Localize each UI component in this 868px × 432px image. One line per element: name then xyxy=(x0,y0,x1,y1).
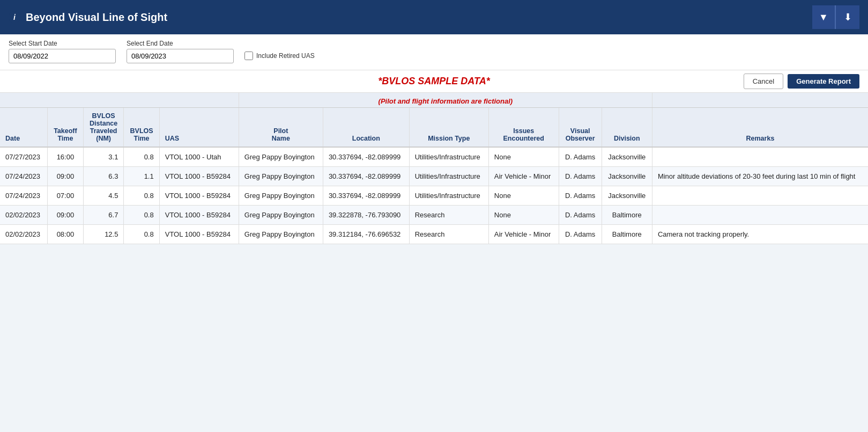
cell-uas: VTOL 1000 - B59284 xyxy=(159,186,239,206)
cell-visual-observer: D. Adams xyxy=(559,186,602,206)
cell-pilot-name: Greg Pappy Boyington xyxy=(239,206,323,225)
download-icon: ⬇ xyxy=(844,11,852,23)
include-retired-label: Include Retired UAS xyxy=(256,52,315,60)
cell-date: 02/02/2023 xyxy=(0,225,48,244)
col-header-bvlos-time: BVLOSTime xyxy=(124,108,159,148)
cancel-button[interactable]: Cancel xyxy=(744,74,783,89)
banner-buttons: Cancel Generate Report xyxy=(744,74,859,89)
data-table-container: (Pilot and flight information are fictio… xyxy=(0,93,868,244)
sample-data-text: *BVLOS SAMPLE DATA* xyxy=(378,76,489,87)
cell-uas: VTOL 1000 - B59284 xyxy=(159,225,239,244)
col-header-visual-observer: VisualObserver xyxy=(559,108,602,148)
cell-bvlos-distance: 4.5 xyxy=(83,186,124,206)
fictional-note: (Pilot and flight information are fictio… xyxy=(239,93,652,108)
end-date-group: Select End Date xyxy=(127,40,234,63)
cell-bvlos-time: 1.1 xyxy=(124,167,159,186)
start-date-input[interactable] xyxy=(9,49,116,63)
start-date-group: Select Start Date xyxy=(9,40,116,63)
cell-visual-observer: D. Adams xyxy=(559,147,602,167)
col-header-location: Location xyxy=(323,108,409,148)
cell-remarks: Camera not tracking properly. xyxy=(652,225,868,244)
cell-issues: Air Vehicle - Minor xyxy=(488,225,559,244)
col-header-mission-type: Mission Type xyxy=(409,108,488,148)
cell-date: 07/27/2023 xyxy=(0,147,48,167)
cell-takeoff-time: 07:00 xyxy=(48,186,84,206)
bvlos-table: (Pilot and flight information are fictio… xyxy=(0,93,868,244)
cell-pilot-name: Greg Pappy Boyington xyxy=(239,147,323,167)
cell-bvlos-time: 0.8 xyxy=(124,147,159,167)
cell-mission-type: Utilities/Infrastructure xyxy=(409,167,488,186)
cell-division: Jacksonville xyxy=(602,186,652,206)
cell-division: Jacksonville xyxy=(602,167,652,186)
cell-remarks xyxy=(652,186,868,206)
cell-uas: VTOL 1000 - B59284 xyxy=(159,167,239,186)
cell-issues: None xyxy=(488,206,559,225)
cell-visual-observer: D. Adams xyxy=(559,225,602,244)
app-header: i Beyond Visual Line of Sight ▼ ⬇ xyxy=(0,0,868,34)
cell-takeoff-time: 16:00 xyxy=(48,147,84,167)
cell-visual-observer: D. Adams xyxy=(559,167,602,186)
cell-takeoff-time: 09:00 xyxy=(48,206,84,225)
cell-location: 30.337694, -82.089999 xyxy=(323,167,409,186)
cell-location: 30.337694, -82.089999 xyxy=(323,186,409,206)
col-header-remarks: Remarks xyxy=(652,108,868,148)
cell-date: 07/24/2023 xyxy=(0,167,48,186)
col-header-takeoff-time: TakeoffTime xyxy=(48,108,84,148)
cell-issues: Air Vehicle - Minor xyxy=(488,167,559,186)
cell-remarks: Minor altitude deviations of 20-30 feet … xyxy=(652,167,868,186)
col-header-issues: IssuesEncountered xyxy=(488,108,559,148)
cell-uas: VTOL 1000 - B59284 xyxy=(159,206,239,225)
filter-button[interactable]: ▼ xyxy=(812,5,836,29)
cell-bvlos-distance: 3.1 xyxy=(83,147,124,167)
cell-mission-type: Research xyxy=(409,225,488,244)
cell-remarks xyxy=(652,147,868,167)
filter-icon: ▼ xyxy=(819,12,828,23)
app-title: Beyond Visual Line of Sight xyxy=(26,11,167,24)
cell-bvlos-distance: 6.3 xyxy=(83,167,124,186)
cell-location: 30.337694, -82.089999 xyxy=(323,147,409,167)
cell-issues: None xyxy=(488,147,559,167)
table-row: 07/24/202307:004.50.8VTOL 1000 - B59284G… xyxy=(0,186,868,206)
cell-bvlos-distance: 6.7 xyxy=(83,206,124,225)
cell-pilot-name: Greg Pappy Boyington xyxy=(239,167,323,186)
cell-visual-observer: D. Adams xyxy=(559,206,602,225)
cell-bvlos-time: 0.8 xyxy=(124,225,159,244)
controls-row: Select Start Date Select End Date Includ… xyxy=(9,40,859,63)
cell-mission-type: Research xyxy=(409,206,488,225)
cell-mission-type: Utilities/Infrastructure xyxy=(409,186,488,206)
controls-bar: Select Start Date Select End Date Includ… xyxy=(0,34,868,70)
include-retired-checkbox[interactable] xyxy=(244,52,253,60)
cell-division: Baltimore xyxy=(602,206,652,225)
cell-pilot-name: Greg Pappy Boyington xyxy=(239,225,323,244)
generate-report-button[interactable]: Generate Report xyxy=(788,74,859,89)
cell-issues: None xyxy=(488,186,559,206)
cell-location: 39.312184, -76.696532 xyxy=(323,225,409,244)
header-icons: ▼ ⬇ xyxy=(812,5,859,29)
cell-bvlos-time: 0.8 xyxy=(124,206,159,225)
cell-uas: VTOL 1000 - Utah xyxy=(159,147,239,167)
download-button[interactable]: ⬇ xyxy=(836,5,859,29)
col-header-pilot-name: PilotName xyxy=(239,108,323,148)
sample-data-banner: *BVLOS SAMPLE DATA* Cancel Generate Repo… xyxy=(0,70,868,93)
table-row: 07/24/202309:006.31.1VTOL 1000 - B59284G… xyxy=(0,167,868,186)
cell-bvlos-distance: 12.5 xyxy=(83,225,124,244)
table-row: 02/02/202309:006.70.8VTOL 1000 - B59284G… xyxy=(0,206,868,225)
col-header-bvlos-distance: BVLOSDistanceTraveled(NM) xyxy=(83,108,124,148)
col-header-uas: UAS xyxy=(159,108,239,148)
cell-pilot-name: Greg Pappy Boyington xyxy=(239,186,323,206)
cell-bvlos-time: 0.8 xyxy=(124,186,159,206)
cell-location: 39.322878, -76.793090 xyxy=(323,206,409,225)
col-header-division: Division xyxy=(602,108,652,148)
col-header-date: Date xyxy=(0,108,48,148)
include-retired-group: Include Retired UAS xyxy=(244,52,315,63)
header-left: i Beyond Visual Line of Sight xyxy=(9,11,167,24)
cell-mission-type: Utilities/Infrastructure xyxy=(409,147,488,167)
end-date-label: Select End Date xyxy=(127,40,234,47)
end-date-input[interactable] xyxy=(127,49,234,63)
cell-remarks xyxy=(652,206,868,225)
cell-date: 02/02/2023 xyxy=(0,206,48,225)
table-row: 07/27/202316:003.10.8VTOL 1000 - UtahGre… xyxy=(0,147,868,167)
cell-takeoff-time: 09:00 xyxy=(48,167,84,186)
cell-division: Baltimore xyxy=(602,225,652,244)
table-row: 02/02/202308:0012.50.8VTOL 1000 - B59284… xyxy=(0,225,868,244)
